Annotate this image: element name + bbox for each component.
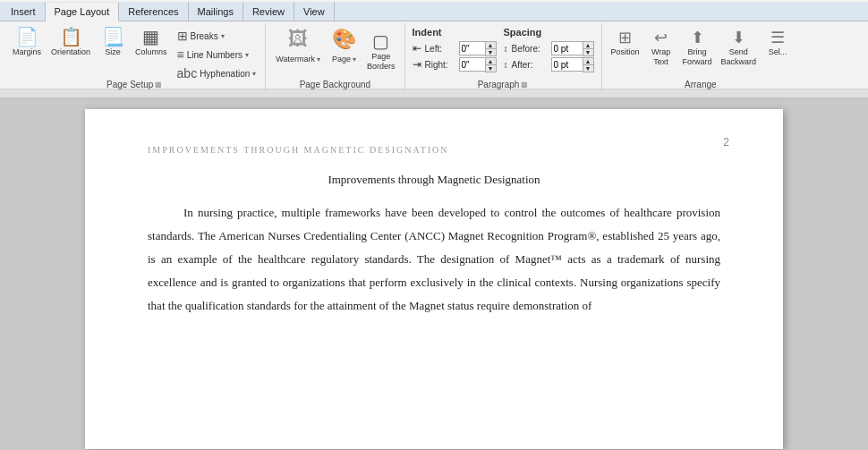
indent-right-row: ⇥ Right: ▲ ▼ (413, 57, 497, 72)
watermark-button[interactable]: 🖼 Watermark ▾ (271, 25, 325, 65)
app-window: Insert Page Layout References Mailings R… (0, 0, 868, 450)
arrange-group: ⊞ Position ↩ WrapText ⬆ BringForward ⬇ S… (602, 23, 800, 91)
tab-view[interactable]: View (294, 2, 335, 21)
spacing-after-row: ↕ After: ▲ ▼ (504, 57, 594, 72)
page-borders-button[interactable]: ▢ PageBorders (363, 25, 399, 77)
spacing-before-input-wrap: ▲ ▼ (551, 41, 594, 55)
columns-button[interactable]: ▦ Columns (132, 25, 171, 60)
indent-left-row: ⇤ Left: ▲ ▼ (413, 41, 497, 55)
spacing-before-icon: ↕ (504, 44, 508, 54)
bring-forward-button[interactable]: ⬆ BringForward (679, 27, 716, 70)
page-borders-icon: ▢ (372, 32, 389, 50)
arrange-label: Arrange (602, 80, 800, 89)
position-button[interactable]: ⊞ Position (608, 27, 643, 70)
document-page: 2 IMPROVEMENTS THROUGH MAGNETIC DESIGNAT… (85, 109, 783, 449)
orientation-label: Orientation (51, 47, 90, 57)
indent-right-up[interactable]: ▲ (485, 57, 497, 64)
spacing-after-down[interactable]: ▼ (583, 64, 594, 72)
line-numbers-arrow: ▾ (245, 51, 249, 59)
spacing-before-up[interactable]: ▲ (583, 41, 594, 48)
bring-forward-label: BringForward (683, 47, 712, 67)
ribbon: Insert Page Layout References Mailings R… (0, 0, 868, 89)
breaks-button[interactable]: ⊞ Breaks ▾ (174, 27, 260, 45)
selection-pane-button[interactable]: ☰ Sel... (762, 27, 794, 70)
indent-right-label: Right: (425, 60, 457, 70)
margins-button[interactable]: 📄 Margins (9, 25, 45, 60)
breaks-icon: ⊞ (177, 29, 188, 43)
spacing-after-icon: ↕ (504, 60, 508, 70)
page-setup-group: 📄 Margins 📋 Orientation 📃 Size ▦ Columns (4, 23, 266, 91)
tab-mailings[interactable]: Mailings (189, 2, 243, 21)
page-color-arrow: ▾ (353, 55, 356, 64)
send-backward-icon: ⬇ (732, 30, 745, 46)
page-borders-label: PageBorders (367, 52, 396, 72)
watermark-label: Watermark (276, 55, 315, 64)
send-backward-label: SendBackward (721, 47, 757, 67)
line-numbers-button[interactable]: ≡ Line Numbers ▾ (174, 46, 260, 64)
line-numbers-icon: ≡ (177, 47, 184, 62)
spacing-after-up[interactable]: ▲ (583, 57, 594, 64)
spacing-after-input-wrap: ▲ ▼ (551, 57, 594, 72)
spacing-before-down[interactable]: ▼ (583, 48, 594, 56)
spacing-col: Spacing ↕ Before: ▲ ▼ (504, 27, 594, 72)
bring-forward-icon: ⬆ (691, 30, 704, 46)
page-number: 2 (723, 136, 729, 149)
size-button[interactable]: 📃 Size (97, 25, 129, 60)
paragraph-group: Indent ⇤ Left: ▲ ▼ (405, 23, 602, 91)
indent-col: Indent ⇤ Left: ▲ ▼ (413, 27, 497, 72)
paragraph-expand-icon[interactable]: ▩ (521, 81, 528, 89)
line-numbers-label: Line Numbers (187, 50, 243, 60)
margins-label: Margins (13, 47, 41, 57)
indent-left-down[interactable]: ▼ (485, 48, 497, 56)
watermark-arrow: ▾ (317, 55, 320, 64)
indent-right-down[interactable]: ▼ (485, 64, 497, 72)
orientation-icon: 📋 (60, 28, 82, 46)
size-label: Size (105, 47, 121, 57)
page-color-button[interactable]: 🎨 Page ▾ (328, 25, 361, 65)
send-backward-button[interactable]: ⬇ SendBackward (718, 27, 761, 70)
paragraph-label: Paragraph ▩ (405, 80, 601, 89)
breaks-label: Breaks (191, 31, 218, 41)
spacing-after-spinners: ▲ ▼ (583, 57, 594, 72)
page-area: 2 IMPROVEMENTS THROUGH MAGNETIC DESIGNAT… (0, 98, 868, 450)
body-paragraph: In nursing practice, multiple frameworks… (148, 201, 720, 318)
spacing-after-label: After: (512, 60, 549, 70)
indent-right-spinners: ▲ ▼ (485, 57, 497, 72)
hyphenation-icon: abc (177, 66, 198, 81)
tab-insert[interactable]: Insert (2, 2, 46, 21)
selection-pane-icon: ☰ (770, 30, 785, 46)
indent-left-up[interactable]: ▲ (485, 41, 497, 48)
wrap-text-button[interactable]: ↩ WrapText (645, 27, 677, 70)
spacing-before-spinners: ▲ ▼ (583, 41, 594, 55)
hyphenation-label: Hyphenation (200, 69, 250, 79)
tab-references[interactable]: References (119, 2, 188, 21)
watermark-icon: 🖼 (288, 28, 308, 51)
page-color-icon: 🎨 (332, 28, 356, 51)
tab-review[interactable]: Review (243, 2, 294, 21)
position-label: Position (611, 47, 640, 57)
breaks-arrow: ▾ (221, 32, 225, 40)
document-body: In nursing practice, multiple frameworks… (148, 201, 720, 318)
wrap-text-label: WrapText (651, 47, 670, 67)
orientation-button[interactable]: 📋 Orientation (47, 25, 94, 60)
document-header: IMPROVEMENTS THROUGH MAGNETIC DESIGNATIO… (148, 145, 720, 155)
paragraph-controls: Indent ⇤ Left: ▲ ▼ (413, 25, 594, 88)
page-setup-label: Page Setup ▩ (4, 80, 265, 89)
position-icon: ⊞ (618, 30, 632, 46)
ribbon-controls: 📄 Margins 📋 Orientation 📃 Size ▦ Columns (0, 21, 868, 91)
wrap-text-icon: ↩ (654, 30, 668, 46)
columns-label: Columns (135, 47, 167, 57)
hyphenation-arrow: ▾ (252, 70, 256, 78)
spacing-before-row: ↕ Before: ▲ ▼ (504, 41, 594, 55)
tab-page-layout[interactable]: Page Layout (46, 3, 120, 21)
page-setup-expand-icon[interactable]: ▩ (155, 81, 162, 89)
indent-right-input-wrap: ▲ ▼ (459, 57, 497, 72)
indent-label: Indent (413, 27, 497, 38)
page-setup-controls: 📄 Margins 📋 Orientation 📃 Size ▦ Columns (9, 25, 260, 113)
page-background-label: Page Background (266, 80, 404, 89)
indent-left-input-wrap: ▲ ▼ (459, 41, 497, 55)
margins-icon: 📄 (16, 28, 38, 46)
page-background-group: 🖼 Watermark ▾ 🎨 Page ▾ (266, 23, 404, 91)
size-icon: 📃 (102, 28, 124, 46)
columns-icon: ▦ (142, 28, 159, 46)
